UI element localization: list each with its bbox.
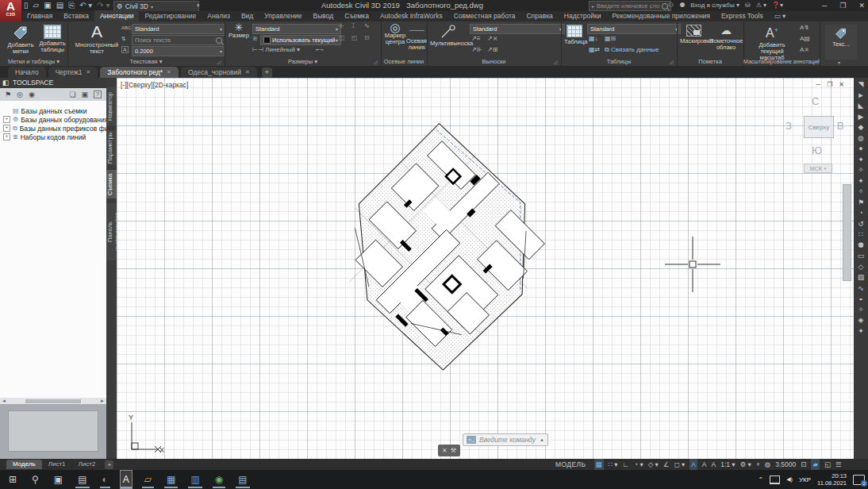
add-labels-button[interactable]: Добавить метки	[6, 25, 35, 55]
mleader-remove-icon[interactable]: ↗⨯	[487, 35, 497, 43]
close-button[interactable]: ✕	[858, 2, 865, 10]
zoom-settings-icon[interactable]: ◉	[29, 90, 35, 98]
minimize-button[interactable]: ─	[822, 2, 827, 10]
network-icon[interactable]	[770, 476, 780, 484]
sparkle-icon-5[interactable]: ✧	[858, 306, 864, 314]
qat-customize-icon[interactable]: ▾	[197, 2, 200, 9]
speaker-icon[interactable]: ◀)	[786, 476, 793, 483]
annoscale-del-icon[interactable]: А⨯	[800, 46, 809, 54]
isolate-objects-icon[interactable]: ⊡	[801, 459, 806, 470]
annoscale-list-icon[interactable]: А▤	[800, 35, 810, 43]
new-drawing-icon[interactable]: ▯	[24, 1, 29, 10]
workspace-gear-icon[interactable]: ⚙ ▾	[740, 459, 751, 470]
sparkle-icon-4[interactable]: ✧	[858, 188, 864, 195]
save-icon[interactable]: ▣	[44, 1, 51, 10]
text-panel-launcher-icon[interactable]: ◿	[216, 59, 222, 65]
palette-tab-parameters[interactable]: Параметры	[106, 130, 117, 165]
restore-button[interactable]: ❐	[839, 2, 846, 10]
tab-express-tools[interactable]: Express Tools	[716, 10, 769, 21]
palette-grip-icon[interactable]: ◧	[2, 78, 9, 88]
a360-people-icon[interactable]: ⚇	[668, 2, 674, 9]
start-button[interactable]: ⊞	[6, 471, 19, 488]
close-icon[interactable]: ✕	[86, 67, 90, 78]
gem-icon[interactable]: ◈	[858, 317, 864, 324]
ribbon-display-toggle-icon[interactable]: ▭ ▾	[769, 10, 792, 21]
annoscale-sync-icon[interactable]: А↯	[800, 24, 809, 32]
tab-nadstroyki[interactable]: Надстройки	[559, 10, 607, 21]
code-app-icon[interactable]: ▥	[188, 471, 202, 488]
expand-icon[interactable]: +	[3, 125, 10, 132]
command-customize-icon[interactable]: ⚒	[451, 447, 456, 454]
add-current-scale-button[interactable]: А+ Добавить текущий масштаб	[749, 23, 795, 61]
tables-panel-launcher-icon[interactable]: ◿	[668, 59, 674, 65]
layout-tab-list2[interactable]: Лист2	[72, 460, 102, 469]
dim-override-icon[interactable]: ◰	[351, 34, 358, 42]
revision-cloud-button[interactable]: ☁ Пометочное облако	[709, 25, 743, 51]
command-line-input[interactable]: >_ Введите команду ▲	[463, 433, 548, 446]
help-icon[interactable]: ?	[94, 90, 102, 98]
dim-update-icon[interactable]: ◫	[339, 34, 345, 42]
linear-dim-icon[interactable]: ⊢⊣ Линейный ▾	[252, 46, 300, 54]
dim-jog-icon[interactable]: ∿	[364, 22, 370, 30]
center-line-button[interactable]: —·— Осевая линия	[406, 25, 427, 51]
table-style-combo[interactable]: Standard▾	[587, 24, 681, 34]
layout-tab-model[interactable]: Модель	[6, 460, 42, 469]
command-close-icon[interactable]: ✕	[442, 447, 447, 454]
dim-reassoc-icon[interactable]: ⊟	[364, 34, 370, 42]
text-overflow-panel-button[interactable]: Текс...	[825, 25, 857, 60]
mleader-add-icon[interactable]: ↗≡	[471, 35, 480, 43]
clean-screen-icon[interactable]: ◱	[824, 459, 831, 470]
wipeout-button[interactable]: Маскировка	[680, 25, 707, 44]
person-icon[interactable]: ⚉	[858, 242, 864, 249]
command-history-icon[interactable]: ▲	[540, 437, 544, 442]
text-style-combo[interactable]: Standard▾	[132, 24, 225, 34]
tab-vid[interactable]: Вид	[236, 10, 259, 21]
sphere-icon[interactable]: ◍	[858, 135, 864, 142]
half-sphere-icon[interactable]: ◒	[858, 295, 862, 302]
markup-panel-title[interactable]: Пометка	[677, 58, 743, 66]
close-icon[interactable]: ✕	[245, 67, 250, 78]
dim-style-combo[interactable]: Standard▾	[252, 24, 341, 34]
help-icon[interactable]: ❓▾	[772, 2, 783, 9]
language-indicator[interactable]: УКР	[799, 476, 811, 483]
taskbar-clock[interactable]: 20:13 11.08.2021	[817, 472, 847, 487]
sparkle-icon-3[interactable]: ✦	[858, 178, 864, 185]
tab-analiz[interactable]: Анализ	[202, 10, 236, 21]
tab-semka[interactable]: Съемка	[339, 10, 374, 21]
tab-spravka[interactable]: Справка	[520, 10, 558, 21]
doc-tab-zabolotnogo[interactable]: Заболотного ред*✕	[100, 67, 179, 78]
app-store-cart-icon[interactable]: ⛁	[745, 2, 751, 9]
units-globe-icon[interactable]: ◍	[765, 459, 770, 470]
snap-mode-icon[interactable]: ∷ ▾	[609, 459, 618, 470]
tree-item-linework-code-sets[interactable]: +≣ Наборы кодов линий	[0, 133, 106, 141]
command-window-grip[interactable]: ✕ ⚒	[438, 445, 460, 456]
flag-icon[interactable]: ⚑	[858, 199, 864, 206]
dimensions-panel-title[interactable]: Размеры ▾	[225, 58, 381, 66]
annoscale-panel-title[interactable]: Масштабирование аннотаций	[743, 58, 820, 66]
viewcube-south[interactable]: Ю	[812, 144, 822, 156]
find-text-input[interactable]: Поиск текста	[132, 35, 225, 45]
scroll-right-icon[interactable]: ►	[100, 399, 105, 403]
viewcube-west[interactable]: З	[785, 120, 792, 132]
mleader-align-icon[interactable]: ↗⊪	[471, 46, 482, 54]
viewcube-top-face[interactable]: Сверху	[804, 116, 834, 138]
centerlines-panel-title[interactable]: Осевые линии	[381, 58, 427, 66]
viewport-scale-value[interactable]: 1:1 ▾	[720, 459, 735, 470]
otrack-icon[interactable]: ∠	[663, 459, 670, 470]
points-icon[interactable]: ∷	[858, 231, 863, 238]
redo-icon[interactable]: ↷ ▾	[97, 1, 109, 10]
doc-tab-start[interactable]: Начало	[8, 67, 46, 78]
table-button[interactable]: Таблица	[564, 25, 585, 45]
expand-icon[interactable]: +	[3, 133, 10, 141]
photos-app-icon[interactable]: ▦	[164, 471, 178, 488]
scroll-left-icon[interactable]: ◄	[2, 399, 6, 403]
table-export-icon[interactable]: ▦↓	[589, 35, 598, 43]
orbit-icon[interactable]: ◣	[858, 102, 864, 110]
sparkle-icon-1[interactable]: ✦	[858, 156, 864, 164]
open-drawing-icon[interactable]: ▱	[33, 1, 40, 10]
status-menu-icon[interactable]: ☰	[835, 459, 842, 470]
palette-horizontal-scrollbar[interactable]: ◄ ►	[0, 398, 106, 404]
pan-icon[interactable]: ◥	[858, 81, 864, 88]
annoscale-value[interactable]: 3.5000	[775, 459, 796, 470]
palette-tab-toolbox[interactable]: Панель инструментов	[106, 203, 117, 260]
